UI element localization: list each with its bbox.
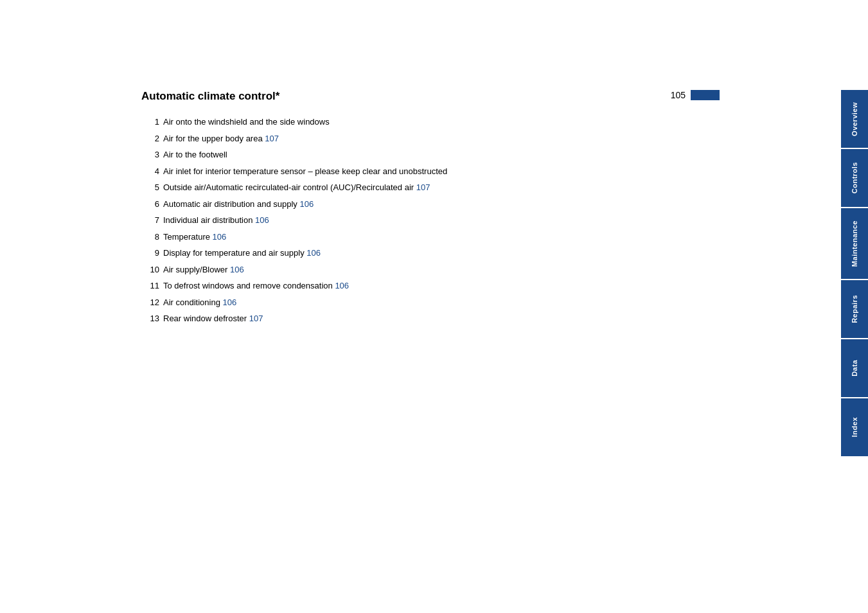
list-item: 3Air to the footwell: [141, 148, 720, 161]
item-text: To defrost windows and remove condensati…: [163, 280, 349, 292]
item-page-link[interactable]: 106: [306, 248, 321, 258]
list-item: 12Air conditioning 106: [141, 296, 720, 309]
list-item: 6Automatic air distribution and supply 1…: [141, 198, 720, 211]
item-number: 10: [141, 263, 159, 276]
list-item: 9Display for temperature and air supply …: [141, 247, 720, 260]
item-text: Air for the upper body area 107: [163, 132, 279, 145]
page-number-area: 105: [671, 90, 720, 100]
item-text: Temperature 106: [163, 231, 226, 244]
item-page-link[interactable]: 106: [335, 281, 349, 290]
list-item: 1Air onto the windshield and the side wi…: [141, 116, 720, 129]
item-page-link[interactable]: 107: [265, 134, 279, 143]
item-number: 3: [141, 148, 159, 161]
item-text: Individual air distribution 106: [163, 214, 269, 227]
sidebar-tabs: OverviewControlsMaintenanceRepairsDataIn…: [841, 0, 868, 613]
item-number: 9: [141, 247, 159, 260]
list-item: 4Air inlet for interior temperature sens…: [141, 165, 720, 178]
item-text: Air onto the windshield and the side win…: [163, 116, 330, 129]
item-number: 6: [141, 198, 159, 211]
item-text: Rear window defroster 107: [163, 312, 263, 325]
tab-overview[interactable]: Overview: [841, 90, 868, 148]
tab-label-controls: Controls: [851, 154, 858, 201]
item-page-link[interactable]: 107: [249, 314, 263, 323]
tab-data[interactable]: Data: [841, 339, 868, 397]
list-item: 5Outside air/Automatic recirculated-air …: [141, 181, 720, 194]
item-text: Air to the footwell: [163, 148, 227, 161]
tab-label-overview: Overview: [851, 94, 858, 144]
list-item: 10Air supply/Blower 106: [141, 263, 720, 276]
list-item: 7Individual air distribution 106: [141, 214, 720, 227]
tab-maintenance[interactable]: Maintenance: [841, 208, 868, 279]
tab-label-data: Data: [851, 352, 858, 384]
item-text: Outside air/Automatic recirculated-air c…: [163, 181, 430, 194]
item-number: 7: [141, 214, 159, 227]
page-title: Automatic climate control*: [141, 90, 279, 103]
item-page-link[interactable]: 106: [223, 298, 237, 307]
tab-label-index: Index: [851, 409, 858, 445]
tab-controls[interactable]: Controls: [841, 149, 868, 207]
item-number: 1: [141, 116, 159, 129]
item-number: 5: [141, 181, 159, 194]
item-number: 13: [141, 312, 159, 325]
item-page-link[interactable]: 106: [255, 215, 269, 225]
item-text: Air inlet for interior temperature senso…: [163, 165, 447, 178]
item-text: Automatic air distribution and supply 10…: [163, 198, 314, 211]
item-number: 12: [141, 296, 159, 309]
item-number: 8: [141, 231, 159, 244]
list-item: 8Temperature 106: [141, 231, 720, 244]
item-page-link[interactable]: 106: [230, 265, 244, 274]
page-number-bar: [691, 90, 720, 100]
list-item: 2Air for the upper body area 107: [141, 132, 720, 145]
tab-index[interactable]: Index: [841, 398, 868, 456]
tab-repairs[interactable]: Repairs: [841, 280, 868, 338]
main-content: Automatic climate control* 105 1Air onto…: [141, 90, 720, 329]
tab-label-repairs: Repairs: [851, 287, 858, 331]
item-page-link[interactable]: 106: [299, 199, 314, 209]
item-number: 2: [141, 132, 159, 145]
tab-label-maintenance: Maintenance: [851, 213, 858, 274]
item-text: Air supply/Blower 106: [163, 263, 244, 276]
item-page-link[interactable]: 106: [213, 232, 227, 242]
page-number-text: 105: [671, 90, 686, 100]
item-page-link[interactable]: 107: [416, 182, 430, 192]
list-item: 13Rear window defroster 107: [141, 312, 720, 325]
page-container: Automatic climate control* 105 1Air onto…: [0, 0, 868, 613]
item-text: Display for temperature and air supply 1…: [163, 247, 321, 260]
item-text: Air conditioning 106: [163, 296, 236, 309]
item-number: 11: [141, 280, 159, 292]
item-number: 4: [141, 165, 159, 178]
page-header: Automatic climate control* 105: [141, 90, 720, 103]
items-list: 1Air onto the windshield and the side wi…: [141, 116, 720, 325]
list-item: 11To defrost windows and remove condensa…: [141, 280, 720, 292]
